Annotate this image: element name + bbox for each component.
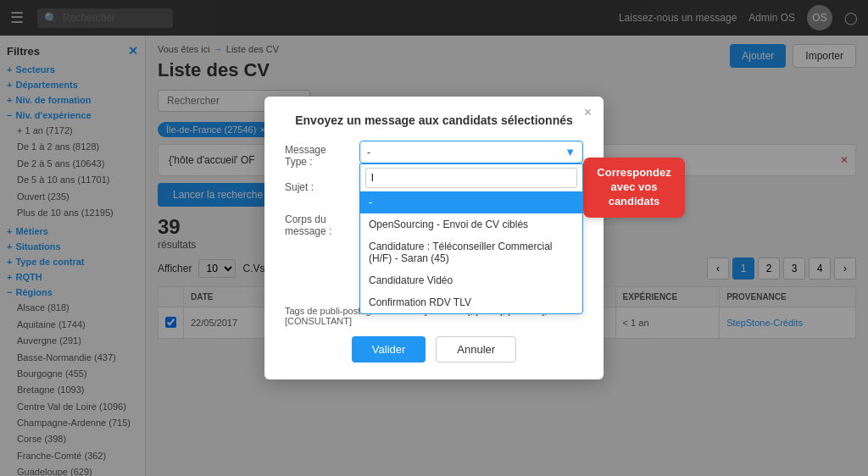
modal-overlay: Envoyez un message aux candidats sélecti… [0, 0, 868, 476]
modal-message-type-wrap: - ▼ - OpenSourcing - Envoi de CV ciblés … [359, 141, 583, 163]
modal-sujet-label: Sujet : [285, 178, 353, 193]
modal-title: Envoyez un message aux candidats sélecti… [285, 113, 583, 127]
dropdown-item-confirmation-rdv[interactable]: Confirmation RDV TLV [360, 291, 582, 313]
annuler-button[interactable]: Annuler [436, 336, 516, 363]
modal-message-type-row: MessageType : - ▼ - OpenSourcing - Envoi… [285, 141, 583, 168]
dropdown-item-dash[interactable]: - [360, 191, 582, 213]
modal-footer: Valider Annuler [285, 336, 583, 363]
message-type-value: - [367, 147, 565, 158]
message-type-select[interactable]: - ▼ [359, 141, 583, 163]
modal: Envoyez un message aux candidats sélecti… [264, 97, 604, 379]
modal-corps-label: Corps dumessage : [285, 210, 353, 237]
valider-button[interactable]: Valider [352, 336, 426, 363]
dropdown-item-opensourcing[interactable]: OpenSourcing - Envoi de CV ciblés [360, 213, 582, 235]
dropdown-search-input[interactable] [365, 168, 577, 188]
modal-close-button[interactable]: × [584, 105, 592, 120]
modal-message-type-label: MessageType : [285, 141, 353, 168]
dropdown-item-candidature-video[interactable]: Candidature Vidéo [360, 269, 582, 291]
dropdown-item-candidature-teleconseiller[interactable]: Candidature : Téléconseiller Commercial … [360, 235, 582, 269]
message-type-dropdown: - OpenSourcing - Envoi de CV ciblés Cand… [359, 163, 583, 314]
dropdown-arrow-icon: ▼ [565, 146, 576, 158]
callout-bubble: Correspondez avec vos candidats [583, 158, 685, 218]
